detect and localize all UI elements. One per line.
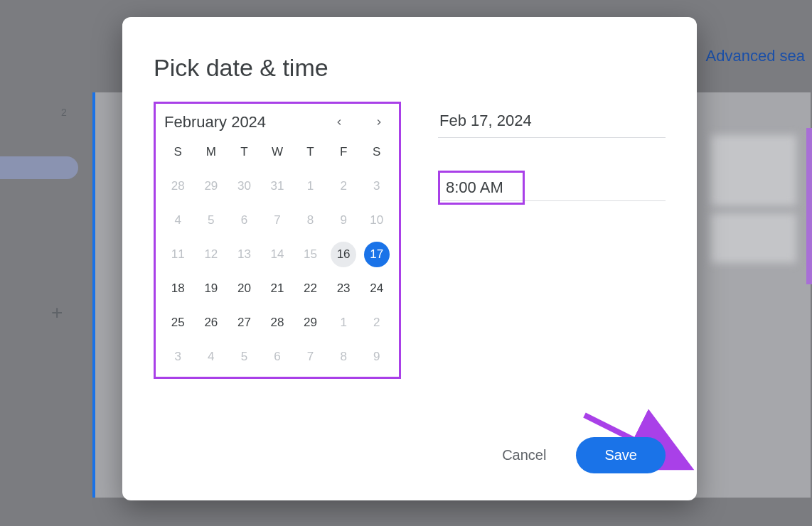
calendar-day[interactable]: 20	[228, 274, 261, 303]
calendar-day[interactable]: 1	[294, 172, 327, 200]
calendar-day[interactable]: 14	[261, 240, 294, 269]
calendar-month-year: February 2024	[164, 113, 266, 132]
calendar-day[interactable]: 2	[327, 172, 360, 200]
calendar-day-header: T	[294, 138, 327, 166]
calendar-day[interactable]: 3	[161, 343, 195, 371]
calendar-day-header: W	[261, 138, 294, 166]
prev-month-button[interactable]	[328, 111, 351, 134]
calendar-day[interactable]: 28	[161, 172, 195, 200]
calendar-day[interactable]: 2	[360, 308, 393, 337]
save-button[interactable]: Save	[576, 437, 666, 473]
calendar-day[interactable]: 21	[261, 274, 294, 303]
calendar-day[interactable]: 17	[360, 240, 393, 269]
calendar-day[interactable]: 29	[294, 308, 327, 337]
calendar-day[interactable]: 5	[195, 206, 228, 235]
time-highlight-box	[438, 171, 525, 205]
calendar: February 2024 SMTWTFS2829303112345678910…	[154, 102, 401, 379]
calendar-day[interactable]: 15	[294, 240, 327, 269]
calendar-day[interactable]: 31	[261, 172, 294, 200]
calendar-day[interactable]: 5	[228, 343, 261, 371]
calendar-day[interactable]: 13	[228, 240, 261, 269]
calendar-day[interactable]: 4	[161, 206, 195, 235]
calendar-grid: SMTWTFS282930311234567891011121314151617…	[161, 138, 393, 371]
calendar-day[interactable]: 16	[327, 240, 360, 269]
calendar-day[interactable]: 24	[360, 274, 393, 303]
calendar-day[interactable]: 30	[228, 172, 261, 200]
calendar-day[interactable]: 23	[327, 274, 360, 303]
calendar-day[interactable]: 9	[360, 343, 393, 371]
date-input[interactable]	[438, 107, 666, 138]
calendar-day[interactable]: 18	[161, 274, 195, 303]
calendar-day[interactable]: 1	[327, 308, 360, 337]
plus-icon: +	[51, 301, 63, 324]
chevron-left-icon	[333, 117, 345, 128]
calendar-day-header: S	[360, 138, 393, 166]
bg-blur	[711, 135, 796, 206]
calendar-day[interactable]: 22	[294, 274, 327, 303]
calendar-day[interactable]: 11	[161, 240, 195, 269]
chevron-right-icon	[373, 117, 385, 128]
calendar-day-header: M	[195, 138, 228, 166]
bg-blur	[711, 213, 796, 263]
calendar-day[interactable]: 4	[195, 343, 228, 371]
calendar-day[interactable]: 27	[228, 308, 261, 337]
calendar-day[interactable]: 6	[228, 206, 261, 235]
calendar-day[interactable]: 7	[261, 206, 294, 235]
calendar-day[interactable]: 29	[195, 172, 228, 200]
calendar-day-header: F	[327, 138, 360, 166]
calendar-day[interactable]: 6	[261, 343, 294, 371]
calendar-day[interactable]: 9	[327, 206, 360, 235]
modal-title: Pick date & time	[154, 54, 666, 82]
calendar-day[interactable]: 10	[360, 206, 393, 235]
calendar-day[interactable]: 8	[294, 206, 327, 235]
next-month-button[interactable]	[368, 111, 390, 134]
calendar-day[interactable]: 19	[195, 274, 228, 303]
cancel-button[interactable]: Cancel	[493, 441, 555, 469]
calendar-day[interactable]: 3	[360, 172, 393, 200]
bg-number: 2	[61, 107, 67, 118]
calendar-day[interactable]: 8	[327, 343, 360, 371]
calendar-day[interactable]: 12	[195, 240, 228, 269]
bg-sidebar-active	[0, 156, 78, 179]
calendar-day[interactable]: 25	[161, 308, 195, 337]
calendar-day-header: T	[228, 138, 261, 166]
bg-right-accent	[806, 128, 812, 284]
calendar-day[interactable]: 28	[261, 308, 294, 337]
pick-date-time-modal: Pick date & time February 2024 SMTWTFS28…	[122, 17, 697, 500]
time-input[interactable]	[440, 173, 523, 203]
calendar-day-header: S	[161, 138, 195, 166]
calendar-day[interactable]: 26	[195, 308, 228, 337]
advanced-search-link[interactable]: Advanced sea	[706, 47, 805, 65]
calendar-day[interactable]: 7	[294, 343, 327, 371]
